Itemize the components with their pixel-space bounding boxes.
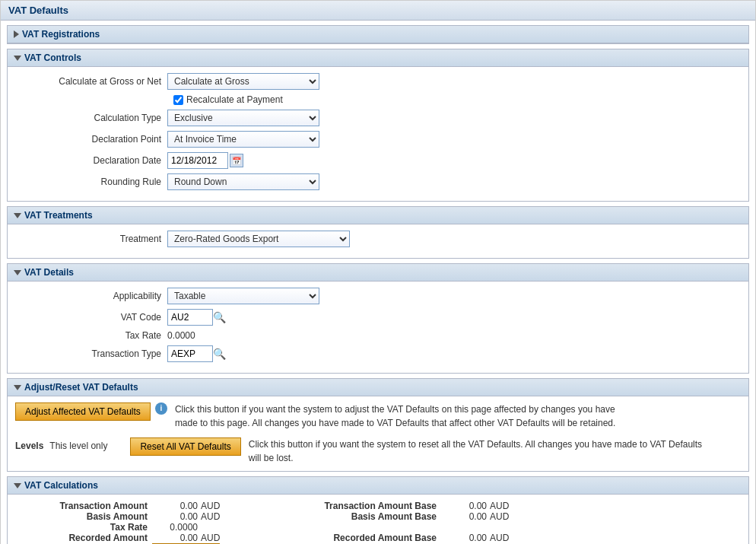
recorded-amount-label: Recorded Amount bbox=[15, 533, 152, 543]
recalculate-at-payment-label: Recalculate at Payment bbox=[186, 94, 283, 105]
vat-treatments-content: Treatment Zero-Rated Goods Export Standa… bbox=[8, 224, 748, 258]
page-title-text: VAT Defaults bbox=[8, 5, 68, 16]
adjust-affected-vat-defaults-button[interactable]: Adjust Affected VAT Defaults bbox=[15, 402, 151, 421]
treatment-row: Treatment Zero-Rated Goods Export Standa… bbox=[15, 231, 741, 247]
vat-details-collapse-icon bbox=[14, 270, 21, 275]
calculations-table: Transaction Amount 0.00 AUD Transaction … bbox=[15, 501, 741, 544]
transaction-amount-base-value: 0.00 bbox=[441, 501, 487, 511]
vat-code-label: VAT Code bbox=[15, 312, 167, 323]
vat-registrations-header[interactable]: VAT Registrations bbox=[8, 26, 748, 43]
treatment-label: Treatment bbox=[15, 234, 167, 244]
basis-amount-currency: AUD bbox=[198, 511, 228, 522]
levels-label: Levels bbox=[15, 437, 43, 451]
page-title: VAT Defaults bbox=[1, 1, 755, 21]
vat-calculations-section: VAT Calculations Transaction Amount 0.00… bbox=[7, 476, 749, 544]
transaction-type-label: Transaction Type bbox=[15, 348, 167, 359]
adjust-row: Adjust Affected VAT Defaults i Click thi… bbox=[15, 402, 741, 430]
tax-rate-value: 0.0000 bbox=[167, 330, 195, 341]
vat-details-title: VAT Details bbox=[24, 267, 74, 278]
transaction-amount-currency: AUD bbox=[198, 501, 228, 511]
vat-controls-section: VAT Controls Calculate at Gross or Net C… bbox=[7, 49, 749, 202]
vat-calculations-title: VAT Calculations bbox=[24, 480, 98, 491]
treatment-select[interactable]: Zero-Rated Goods Export Standard Rated E… bbox=[167, 231, 350, 247]
vat-details-header[interactable]: VAT Details bbox=[8, 264, 748, 282]
basis-amount-base-value: 0.00 bbox=[441, 511, 487, 522]
adjust-reset-header[interactable]: Adjust/Reset VAT Defaults bbox=[8, 379, 748, 396]
calc-tax-rate-value: 0.0000 bbox=[152, 522, 198, 533]
transaction-type-row: Transaction Type 🔍 bbox=[15, 345, 741, 362]
calculate-at-row: Calculate at Gross or Net Calculate at G… bbox=[15, 73, 741, 90]
vat-controls-header[interactable]: VAT Controls bbox=[8, 49, 748, 67]
calculation-type-select[interactable]: Exclusive Inclusive bbox=[167, 110, 319, 126]
page-container: VAT Defaults VAT Registrations VAT Contr… bbox=[0, 0, 756, 544]
basis-amount-base-label: Basis Amount Base bbox=[289, 511, 441, 522]
calculation-type-label: Calculation Type bbox=[15, 113, 167, 123]
adjust-reset-content: Adjust Affected VAT Defaults i Click thi… bbox=[8, 396, 748, 471]
vat-treatments-collapse-icon bbox=[14, 213, 21, 218]
declaration-date-label: Declaration Date bbox=[15, 155, 167, 166]
recorded-amount-base-currency: AUD bbox=[487, 533, 741, 543]
transaction-amount-label: Transaction Amount bbox=[15, 501, 152, 511]
levels-row: Levels This level only Reset All VAT Def… bbox=[15, 437, 741, 465]
calculate-at-label: Calculate at Gross or Net bbox=[15, 76, 167, 87]
vat-controls-title: VAT Controls bbox=[24, 52, 81, 63]
tax-rate-row: Tax Rate 0.0000 bbox=[15, 330, 741, 341]
adjust-reset-collapse-icon bbox=[14, 385, 21, 390]
adjust-info-icon[interactable]: i bbox=[155, 402, 167, 415]
applicability-row: Applicability Taxable Exempt Outside Sco… bbox=[15, 288, 741, 304]
calculate-at-select[interactable]: Calculate at Gross Calculate at Net bbox=[167, 73, 319, 90]
tax-rate-label: Tax Rate bbox=[15, 330, 167, 341]
vat-details-section: VAT Details Applicability Taxable Exempt… bbox=[7, 263, 749, 374]
transaction-amount-base-currency: AUD bbox=[487, 501, 741, 511]
vat-calculations-content: Transaction Amount 0.00 AUD Transaction … bbox=[8, 495, 748, 544]
calc-row-transaction-amount: Transaction Amount 0.00 AUD Transaction … bbox=[15, 501, 741, 511]
vat-controls-collapse-icon bbox=[14, 56, 21, 61]
adjust-reset-section: Adjust/Reset VAT Defaults Adjust Affecte… bbox=[7, 378, 749, 472]
declaration-point-row: Declaration Point At Invoice Time At Pay… bbox=[15, 131, 741, 148]
calc-tax-rate-label: Tax Rate bbox=[15, 522, 152, 533]
calc-row-basis-amount: Basis Amount 0.00 AUD Basis Amount Base … bbox=[15, 511, 741, 522]
levels-value: This level only bbox=[49, 437, 107, 451]
transaction-amount-base-label: Transaction Amount Base bbox=[289, 501, 441, 511]
rounding-rule-label: Rounding Rule bbox=[15, 177, 167, 187]
declaration-point-select[interactable]: At Invoice Time At Payment Time bbox=[167, 131, 319, 148]
basis-amount-value: 0.00 bbox=[152, 511, 198, 522]
vat-registrations-section: VAT Registrations bbox=[7, 25, 749, 44]
recalculate-at-payment-row: Recalculate at Payment bbox=[173, 94, 741, 105]
recorded-amount-value: 0.00 bbox=[152, 533, 198, 543]
applicability-select[interactable]: Taxable Exempt Outside Scope bbox=[167, 288, 319, 304]
transaction-type-search-icon[interactable]: 🔍 bbox=[213, 348, 226, 360]
calculation-type-row: Calculation Type Exclusive Inclusive bbox=[15, 110, 741, 126]
declaration-date-input[interactable] bbox=[167, 152, 228, 169]
vat-code-input[interactable] bbox=[167, 309, 213, 326]
recorded-amount-base-label: Recorded Amount Base bbox=[289, 533, 441, 543]
vat-code-row: VAT Code 🔍 bbox=[15, 309, 741, 326]
vat-controls-content: Calculate at Gross or Net Calculate at G… bbox=[8, 67, 748, 201]
recorded-amount-currency: AUD bbox=[198, 533, 228, 543]
transaction-type-input[interactable] bbox=[167, 345, 213, 362]
vat-calculations-header[interactable]: VAT Calculations bbox=[8, 477, 748, 495]
vat-treatments-section: VAT Treatments Treatment Zero-Rated Good… bbox=[7, 206, 749, 259]
applicability-label: Applicability bbox=[15, 291, 167, 301]
declaration-date-row: Declaration Date 📅 bbox=[15, 152, 741, 169]
vat-registrations-title: VAT Registrations bbox=[22, 29, 100, 40]
calc-row-recorded-amount: Recorded Amount 0.00 AUD Recorded Amount… bbox=[15, 533, 741, 543]
recorded-amount-base-value: 0.00 bbox=[441, 533, 487, 543]
vat-treatments-header[interactable]: VAT Treatments bbox=[8, 207, 748, 224]
adjust-desc-text: Click this button if you want the system… bbox=[175, 402, 631, 430]
vat-details-content: Applicability Taxable Exempt Outside Sco… bbox=[8, 282, 748, 373]
vat-calculations-collapse-icon bbox=[14, 483, 21, 488]
declaration-point-label: Declaration Point bbox=[15, 134, 167, 145]
rounding-rule-select[interactable]: Round Down Round Up Nearest bbox=[167, 173, 319, 190]
transaction-amount-value: 0.00 bbox=[152, 501, 198, 511]
basis-amount-label: Basis Amount bbox=[15, 511, 152, 522]
rounding-rule-row: Rounding Rule Round Down Round Up Neares… bbox=[15, 173, 741, 190]
vat-treatments-title: VAT Treatments bbox=[24, 210, 93, 221]
recalculate-at-payment-checkbox[interactable] bbox=[173, 95, 183, 105]
reset-all-vat-defaults-button[interactable]: Reset All VAT Defaults bbox=[130, 437, 240, 456]
basis-amount-base-currency: AUD bbox=[487, 511, 741, 522]
adjust-reset-title: Adjust/Reset VAT Defaults bbox=[24, 382, 138, 393]
vat-registrations-collapse-icon bbox=[14, 30, 19, 38]
vat-code-search-icon[interactable]: 🔍 bbox=[213, 311, 226, 323]
calendar-icon[interactable]: 📅 bbox=[230, 154, 243, 167]
